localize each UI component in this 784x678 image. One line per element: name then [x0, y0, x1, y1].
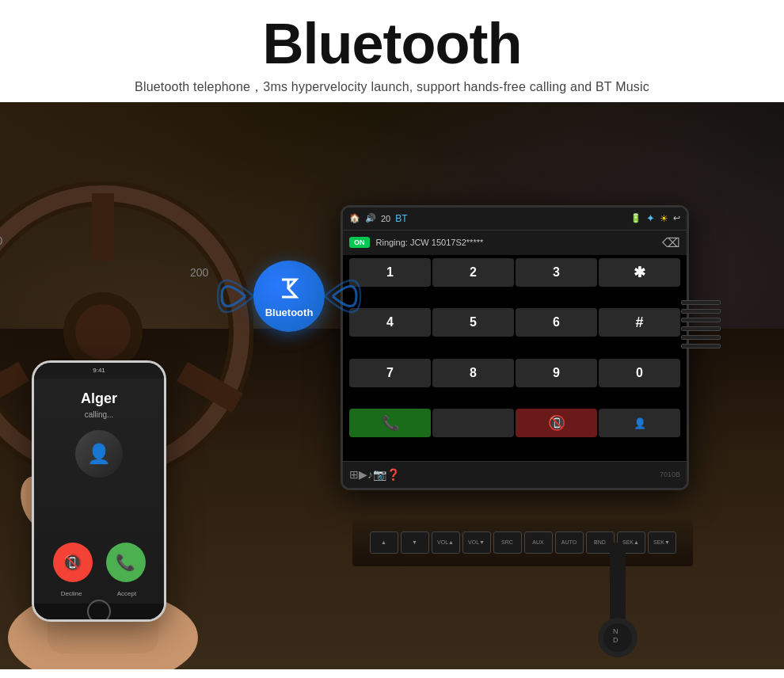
keypad-grid: 1 2 3 ✱ 4 5 6 # 7 8 9 0 📞 📵 👤 — [343, 255, 687, 461]
screen-inner: 🏠 🔊 20 BT 🔋 ✦ ☀ ↩ ON Ringing: JCW 15017S… — [343, 208, 687, 488]
key-5[interactable]: 5 — [432, 308, 514, 337]
grid-icon[interactable]: ⊞ — [349, 468, 359, 481]
decline-call-button[interactable]: 📵 — [53, 543, 93, 582]
car-screen-unit: 🏠 🔊 20 BT 🔋 ✦ ☀ ↩ ON Ringing: JCW 15017S… — [341, 205, 689, 490]
volume-level: 20 — [381, 214, 390, 223]
page-title: Bluetooth — [0, 14, 784, 74]
screen-bottom-bar: ⊞ ▶ ♪ 📷 ❓ 7010B — [343, 461, 687, 488]
key-empty — [432, 409, 514, 437]
on-button[interactable]: ON — [349, 237, 370, 248]
accept-call-button[interactable]: 📞 — [106, 543, 146, 582]
caller-avatar: 👤 — [75, 430, 123, 478]
screen-top-bar: 🏠 🔊 20 BT 🔋 ✦ ☀ ↩ — [343, 208, 687, 230]
bluetooth-circle: Bluetooth — [253, 261, 325, 332]
battery-icon: 🔋 — [630, 213, 641, 223]
page-subtitle: Bluetooth telephone，3ms hypervelocity la… — [0, 79, 784, 96]
key-3[interactable]: 3 — [516, 258, 597, 287]
ctrl-btn-4[interactable]: VOL▼ — [462, 531, 491, 554]
gear-shift: N D — [578, 543, 657, 669]
phone-screen: 9:41 Alger calling... 👤 📵 📞 Decline Acce… — [34, 363, 164, 619]
help-icon[interactable]: ❓ — [386, 468, 400, 481]
music-icon[interactable]: ♪ — [367, 468, 373, 481]
key-star[interactable]: ✱ — [599, 258, 680, 287]
bluetooth-indicator: ✦ — [646, 212, 655, 224]
phone-call-buttons: 📵 📞 — [34, 535, 164, 590]
key-6[interactable]: 6 — [516, 308, 597, 337]
call-accept-button[interactable]: 📞 — [349, 409, 431, 437]
phone-device: 9:41 Alger calling... 👤 📵 📞 Decline Acce… — [32, 360, 166, 622]
bluetooth-label: Bluetooth — [265, 307, 314, 318]
phone-status-bar: 9:41 — [34, 363, 164, 379]
phone-home-bar — [34, 604, 164, 619]
sun-icon: ☀ — [660, 213, 668, 224]
volume-icon: 🔊 — [365, 213, 376, 223]
key-7[interactable]: 7 — [349, 359, 431, 387]
key-8[interactable]: 8 — [432, 359, 514, 387]
page-wrapper: Bluetooth Bluetooth telephone，3ms hyperv… — [0, 0, 784, 678]
calling-status: calling... — [34, 410, 164, 419]
backspace-icon[interactable]: ⌫ — [662, 235, 680, 250]
main-image-container: 180 200 🏠 🔊 20 BT 🔋 ✦ ☀ ↩ — [0, 102, 784, 669]
bluetooth-symbol-icon — [277, 273, 301, 303]
ctrl-btn-3[interactable]: VOL▲ — [432, 531, 460, 554]
svg-text:N: N — [613, 627, 618, 635]
key-2[interactable]: 2 — [432, 258, 514, 287]
camera-icon[interactable]: 📷 — [373, 468, 386, 481]
calling-bar: ON Ringing: JCW 15017S2***** ⌫ — [343, 230, 687, 255]
ringing-text: Ringing: JCW 15017S2***** — [376, 238, 657, 247]
bt-label: BT — [395, 213, 407, 224]
back-icon: ↩ — [673, 213, 680, 223]
bt-waves-right — [325, 261, 364, 332]
play-icon[interactable]: ▶ — [359, 468, 367, 481]
ctrl-btn-5[interactable]: SRC — [493, 531, 522, 554]
ctrl-btn-2[interactable]: ▼ — [401, 531, 429, 554]
ctrl-btn-6[interactable]: AUX — [524, 531, 553, 554]
key-9[interactable]: 9 — [516, 359, 597, 387]
svg-text:180: 180 — [0, 234, 3, 247]
key-0[interactable]: 0 — [599, 359, 680, 387]
svg-text:D: D — [613, 636, 618, 644]
home-icon: 🏠 — [349, 213, 360, 223]
phone-hand: 9:41 Alger calling... 👤 📵 📞 Decline Acce… — [0, 257, 238, 669]
phone-time: 9:41 — [93, 367, 105, 374]
decline-label: Decline — [51, 590, 91, 597]
accept-label: Accept — [107, 590, 147, 597]
call-decline-button[interactable]: 📵 — [516, 409, 597, 437]
model-label: 7010B — [660, 470, 680, 478]
home-button[interactable] — [87, 600, 111, 622]
vent-right — [681, 300, 721, 349]
caller-name: Alger — [34, 379, 164, 410]
ctrl-btn-1[interactable]: ▲ — [370, 531, 398, 554]
key-hash[interactable]: # — [599, 308, 680, 337]
header-section: Bluetooth Bluetooth telephone，3ms hyperv… — [0, 0, 784, 102]
key-contacts[interactable]: 👤 — [599, 409, 680, 437]
